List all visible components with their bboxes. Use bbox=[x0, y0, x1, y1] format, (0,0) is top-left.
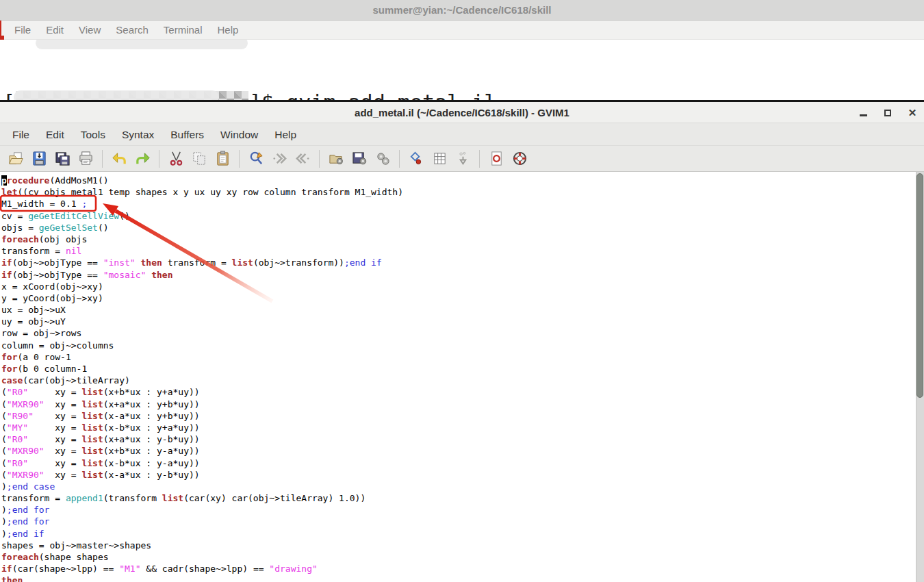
toolbar-find-replace-button[interactable] bbox=[246, 149, 266, 169]
code-line-22: ("MY" xy = list(x-b*ux : y+a*uy)) bbox=[1, 422, 924, 433]
gvim-menu-buffers[interactable]: Buffers bbox=[162, 123, 212, 146]
find-replace-icon bbox=[248, 151, 264, 166]
terminal-menu-terminal[interactable]: Terminal bbox=[156, 21, 210, 40]
code-area[interactable]: procedure(AddMosM1()let((cv objs metal1 … bbox=[0, 172, 924, 582]
code-line-20: ("MXR90" xy = list(x+a*ux : y+b*uy)) bbox=[1, 398, 924, 410]
code-line-33: foreach(shape shapes bbox=[1, 551, 924, 563]
terminal-menu-help[interactable]: Help bbox=[210, 21, 246, 40]
paste-icon bbox=[215, 151, 231, 166]
code-line-3: M1_width = 0.1 ; bbox=[1, 198, 924, 210]
terminal-menu-file[interactable]: File bbox=[7, 21, 38, 40]
terminal-body[interactable]: []$ gvim add_metal.il []$ bbox=[0, 40, 924, 100]
toolbar-make-button[interactable] bbox=[406, 149, 426, 169]
gvim-title: add_metal.il (~/Cadence/IC618/skill) - G… bbox=[0, 102, 924, 123]
toolbar-find-help-button[interactable] bbox=[509, 149, 530, 169]
toolbar-load-session-button[interactable] bbox=[326, 149, 346, 169]
code-line-18: case(car(obj~>tileArray) bbox=[1, 375, 924, 386]
gvim-toolbar bbox=[0, 146, 924, 172]
toolbar-separator bbox=[479, 150, 480, 168]
gvim-window-buttons: ✕ bbox=[856, 102, 920, 123]
save-icon bbox=[31, 151, 47, 166]
code-line-7: transform = nil bbox=[1, 245, 924, 257]
code-line-17: for(b 0 column-1 bbox=[1, 363, 924, 375]
toolbar-run-script-button[interactable] bbox=[372, 149, 393, 169]
code-line-8: if(obj~>objType == "inst" then transform… bbox=[1, 257, 924, 268]
censor-smudge bbox=[36, 40, 248, 49]
tag-jump-icon bbox=[455, 151, 471, 166]
code-line-28: transform = append1(transform list(car(x… bbox=[1, 492, 924, 504]
minimize-button[interactable] bbox=[856, 105, 871, 121]
toolbar-help-button[interactable] bbox=[486, 149, 506, 169]
toolbar-open-button[interactable] bbox=[5, 149, 26, 169]
toolbar-separator bbox=[102, 150, 103, 168]
code-line-14: row = obj~>rows bbox=[1, 327, 924, 339]
gvim-menu-window[interactable]: Window bbox=[212, 123, 266, 146]
code-line-15: column = obj~>columns bbox=[1, 340, 924, 351]
terminal-titlebar[interactable]: summer@yian:~/Cadence/IC618/skill bbox=[0, 0, 924, 21]
gvim-menu-file[interactable]: File bbox=[4, 123, 38, 146]
gvim-menu-syntax[interactable]: Syntax bbox=[114, 123, 162, 146]
close-icon: ✕ bbox=[908, 107, 917, 119]
code-line-35: then bbox=[1, 574, 924, 582]
close-button[interactable]: ✕ bbox=[905, 105, 920, 121]
code-line-31: );end if bbox=[1, 528, 924, 540]
redo-icon bbox=[135, 151, 151, 166]
terminal-menu-edit[interactable]: Edit bbox=[38, 21, 71, 40]
toolbar-separator bbox=[159, 150, 159, 168]
find-help-icon bbox=[512, 151, 528, 166]
maximize-button[interactable] bbox=[880, 105, 895, 121]
scrollbar-track[interactable] bbox=[916, 172, 924, 582]
code-line-19: ("R0" xy = list(x+b*ux : y+a*uy)) bbox=[1, 386, 924, 398]
toolbar-copy-button[interactable] bbox=[189, 149, 209, 169]
make-icon bbox=[409, 151, 424, 166]
vim-cursor: p bbox=[1, 175, 7, 186]
code-line-9: if(obj~>objType == "mosaic" then bbox=[1, 269, 924, 281]
terminal-menu-search[interactable]: Search bbox=[108, 21, 156, 40]
prompt-suffix: ]$ bbox=[249, 89, 286, 100]
undo-icon bbox=[112, 151, 127, 166]
code-line-27: );end case bbox=[1, 481, 924, 492]
code-line-2: let((cv objs metal1 temp shapes x y ux u… bbox=[1, 186, 924, 198]
gvim-menu-tools[interactable]: Tools bbox=[73, 123, 114, 146]
gvim-menu-edit[interactable]: Edit bbox=[38, 123, 73, 146]
save-all-icon bbox=[55, 151, 70, 166]
code-line-6: foreach(obj objs bbox=[1, 233, 924, 245]
toolbar-separator bbox=[319, 150, 320, 168]
toolbar-paste-button[interactable] bbox=[212, 149, 233, 169]
toolbar-find-next-button[interactable] bbox=[269, 149, 290, 169]
toolbar-separator bbox=[399, 150, 400, 168]
toolbar-tag-jump-button[interactable] bbox=[452, 149, 473, 169]
gvim-menubar: FileEditToolsSyntaxBuffersWindowHelp bbox=[0, 123, 924, 146]
toolbar-print-button[interactable] bbox=[75, 149, 96, 169]
toolbar-save-button[interactable] bbox=[29, 149, 49, 169]
code-line-13: uy = obj~>uY bbox=[1, 316, 924, 327]
code-line-32: shapes = obj~>master~>shapes bbox=[1, 540, 924, 551]
toolbar-cut-button[interactable] bbox=[166, 149, 186, 169]
toolbar-tags-button[interactable] bbox=[429, 149, 450, 169]
run-script-icon bbox=[375, 151, 391, 166]
terminal-menubar: FileEditViewSearchTerminalHelp bbox=[0, 21, 924, 40]
find-next-icon bbox=[272, 151, 287, 166]
help-icon bbox=[489, 151, 504, 166]
code-line-5: objs = geGetSelSet() bbox=[1, 222, 924, 233]
gvim-titlebar[interactable]: add_metal.il (~/Cadence/IC618/skill) - G… bbox=[0, 102, 924, 123]
toolbar-redo-button[interactable] bbox=[132, 149, 153, 169]
tags-icon bbox=[432, 151, 448, 166]
copy-icon bbox=[192, 151, 207, 166]
toolbar-separator bbox=[239, 150, 240, 168]
code-line-34: if(car(shape~>lpp) == "M1" && cadr(shape… bbox=[1, 563, 924, 574]
toolbar-find-prev-button[interactable] bbox=[292, 149, 313, 169]
toolbar-undo-button[interactable] bbox=[109, 149, 129, 169]
gvim-menu-help[interactable]: Help bbox=[266, 123, 305, 146]
code-line-4: cv = geGetEditCellView() bbox=[1, 210, 924, 222]
code-line-21: ("R90" xy = list(x-a*ux : y+b*uy)) bbox=[1, 410, 924, 422]
terminal-menu-view[interactable]: View bbox=[71, 21, 108, 40]
terminal-title: summer@yian:~/Cadence/IC618/skill bbox=[0, 0, 924, 21]
scrollbar-thumb[interactable] bbox=[916, 173, 923, 398]
toolbar-save-all-button[interactable] bbox=[52, 149, 73, 169]
code-line-23: ("R0" xy = list(x+a*ux : y-b*uy)) bbox=[1, 433, 924, 445]
code-line-12: ux = obj~>uX bbox=[1, 304, 924, 316]
terminal-window: summer@yian:~/Cadence/IC618/skill FileEd… bbox=[0, 0, 924, 100]
toolbar-save-session-button[interactable] bbox=[349, 149, 370, 169]
maximize-icon bbox=[884, 110, 891, 116]
